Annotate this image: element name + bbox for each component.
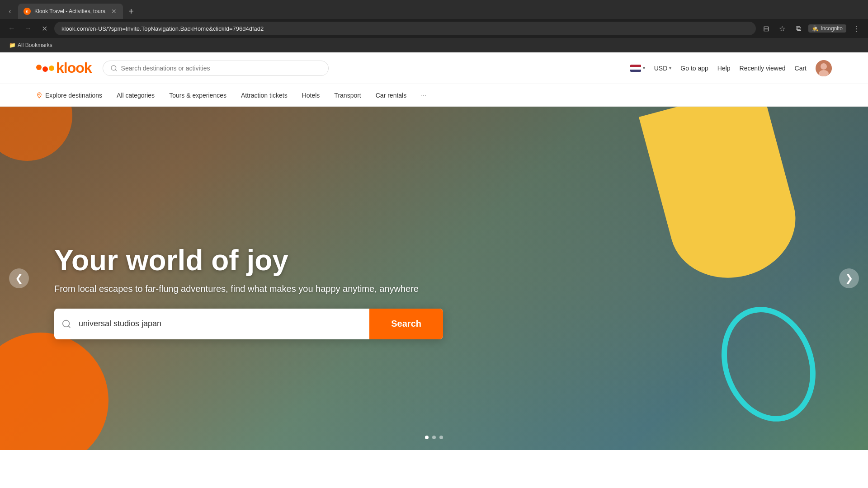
hero-search-button[interactable]: Search — [369, 309, 443, 339]
hero-carousel-dots — [425, 436, 443, 439]
transport-link[interactable]: Transport — [334, 90, 361, 101]
logo-circle-yellow — [49, 66, 54, 71]
hero-search-bar[interactable]: Search — [54, 309, 443, 339]
header-search-bar[interactable] — [103, 61, 329, 76]
more-options-icon[interactable]: ⋮ — [850, 22, 863, 35]
incognito-badge[interactable]: 🕵 Incognito — [808, 24, 846, 33]
bookmark-icon[interactable]: ☆ — [776, 22, 788, 35]
svg-point-2 — [821, 63, 827, 70]
hero-next-button[interactable]: ❯ — [839, 268, 859, 288]
reload-button[interactable]: ✕ — [38, 22, 51, 35]
address-bar: ← → ✕ ⊟ ☆ ⧉ 🕵 Incognito ⋮ — [0, 19, 868, 38]
browser-window: ‹ K Klook Travel - Activities, tours, ✕ … — [0, 0, 868, 52]
car-rentals-link[interactable]: Car rentals — [376, 90, 406, 101]
svg-point-5 — [63, 320, 70, 327]
tours-experiences-link[interactable]: Tours & experiences — [169, 90, 226, 101]
us-flag-icon — [630, 65, 641, 72]
hotels-link[interactable]: Hotels — [302, 90, 320, 101]
secondary-nav: Explore destinations All categories Tour… — [0, 84, 868, 107]
svg-point-0 — [111, 66, 116, 70]
hero-prev-button[interactable]: ❮ — [9, 268, 29, 288]
all-bookmarks[interactable]: 📁 All Bookmarks — [5, 41, 56, 49]
bookmark-folder-icon: 📁 — [9, 42, 16, 48]
tab-history-back[interactable]: ‹ — [4, 5, 16, 18]
cast-icon[interactable]: ⊟ — [760, 22, 772, 35]
attraction-tickets-link[interactable]: Attraction tickets — [241, 90, 288, 101]
back-button: ← — [5, 22, 18, 35]
go-to-app-link[interactable]: Go to app — [680, 65, 708, 72]
incognito-label: Incognito — [821, 25, 843, 32]
incognito-icon: 🕵 — [812, 25, 819, 32]
logo-text: klook — [56, 60, 92, 76]
currency-selector[interactable]: USD ▾ — [654, 65, 672, 72]
explore-destinations-link[interactable]: Explore destinations — [36, 90, 102, 101]
hero-dot-3[interactable] — [439, 436, 443, 439]
user-avatar[interactable] — [816, 60, 832, 76]
cart-link[interactable]: Cart — [795, 65, 807, 72]
chevron-down-icon: ▾ — [669, 66, 671, 70]
hero-subtitle: From local escapes to far-flung adventur… — [54, 284, 443, 294]
active-tab[interactable]: K Klook Travel - Activities, tours, ✕ — [18, 4, 123, 19]
help-link[interactable]: Help — [717, 65, 731, 72]
klook-logo[interactable]: klook — [36, 60, 92, 76]
recently-viewed-link[interactable]: Recently viewed — [740, 65, 786, 72]
hero-section: ❮ Your world of joy From local escapes t… — [0, 107, 868, 450]
avatar-image — [816, 60, 832, 76]
hero-search-input[interactable] — [71, 319, 369, 328]
bookmarks-bar: 📁 All Bookmarks — [0, 38, 868, 52]
bookmark-label: All Bookmarks — [18, 42, 52, 48]
tab-close-button[interactable]: ✕ — [110, 8, 118, 15]
logo-circle-orange — [36, 65, 42, 70]
forward-button: → — [22, 22, 34, 35]
header-search-icon — [110, 65, 118, 72]
new-tab-button[interactable]: + — [125, 5, 137, 18]
more-categories-link[interactable]: ··· — [421, 90, 426, 101]
hero-title: Your world of joy — [54, 244, 443, 276]
logo-graphic — [36, 65, 54, 72]
browser-actions: ⊟ ☆ ⧉ 🕵 Incognito ⋮ — [760, 22, 863, 35]
site-header: klook ▾ USD ▾ Go to app Help Recently vi… — [0, 52, 868, 84]
hero-dot-2[interactable] — [432, 436, 436, 439]
tab-favicon: K — [24, 8, 31, 15]
tab-title: Klook Travel - Activities, tours, — [34, 8, 107, 14]
currency-label: USD — [654, 65, 668, 72]
hero-content: Your world of joy From local escapes to … — [0, 217, 443, 339]
tab-bar: ‹ K Klook Travel - Activities, tours, ✕ … — [0, 0, 868, 19]
explore-label: Explore destinations — [45, 92, 102, 99]
language-selector[interactable]: ▾ — [630, 65, 645, 72]
header-right-nav: ▾ USD ▾ Go to app Help Recently viewed C… — [630, 60, 832, 76]
hero-dot-1[interactable] — [425, 436, 429, 439]
header-search-input[interactable] — [121, 65, 321, 72]
all-categories-link[interactable]: All categories — [117, 90, 155, 101]
svg-point-4 — [39, 94, 40, 95]
split-view-icon[interactable]: ⧉ — [792, 22, 805, 35]
address-input[interactable] — [54, 22, 756, 35]
website-content: klook ▾ USD ▾ Go to app Help Recently vi… — [0, 52, 868, 450]
logo-circle-red — [42, 66, 48, 72]
location-icon — [36, 92, 42, 99]
hero-search-icon — [61, 319, 71, 329]
chevron-down-icon: ▾ — [643, 66, 645, 70]
